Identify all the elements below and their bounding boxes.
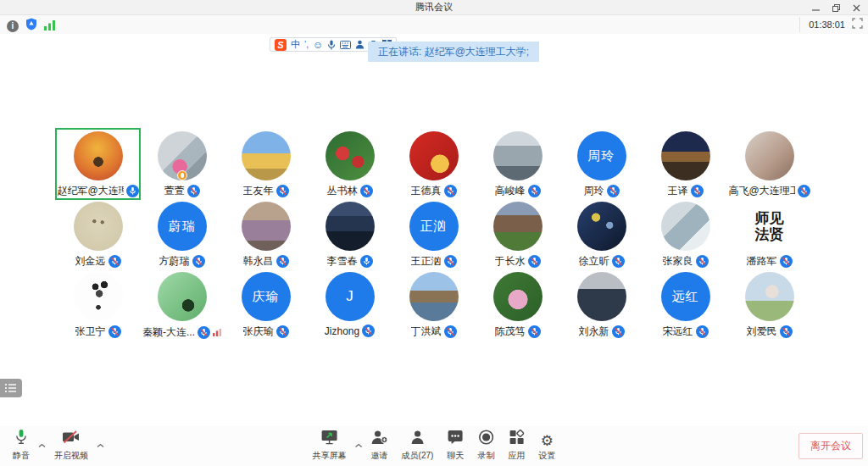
participant-avatar-photo <box>242 131 291 180</box>
participant-tile[interactable]: 刘金远 <box>56 199 140 269</box>
apps-button[interactable]: 应用 <box>502 428 531 463</box>
participant-tile[interactable]: 赵纪军@大连理... <box>56 129 140 199</box>
participant-tile[interactable]: 蔚瑞方蔚瑞 <box>140 199 224 269</box>
mic-muted-icon <box>607 185 620 197</box>
participant-tile[interactable]: 徐立昕 <box>559 199 643 269</box>
ime-soft-keyboard-icon[interactable] <box>340 41 351 49</box>
share-screen-button[interactable]: 共享屏幕 <box>307 428 353 463</box>
participant-tile[interactable]: 刘永新 <box>559 269 643 340</box>
participant-name: 韩永昌 <box>243 254 274 269</box>
participant-name: 高飞@大连理工 <box>729 184 795 198</box>
ime-punctuation-icon[interactable]: ’, <box>304 41 309 49</box>
record-button[interactable]: 录制 <box>471 428 500 463</box>
participant-name: 刘爱民 <box>747 325 777 339</box>
record-label: 录制 <box>477 450 494 462</box>
mic-muted-icon <box>528 185 541 197</box>
minimize-button[interactable] <box>807 1 824 14</box>
participant-name: 王友年 <box>243 184 274 198</box>
participant-tile[interactable]: 李雪春 <box>308 199 392 269</box>
participant-avatar-initials: 蔚瑞 <box>158 202 207 251</box>
members-button[interactable]: 成员(27) <box>396 428 440 463</box>
network-signal-icon[interactable] <box>44 19 56 34</box>
meeting-info-icon[interactable]: i <box>7 20 19 32</box>
participant-tile[interactable]: 庆瑜张庆瑜 <box>224 269 308 340</box>
participant-tile[interactable]: 于长水 <box>476 199 559 269</box>
participant-name-row: 韩永昌 <box>243 254 289 269</box>
participant-name: 高峻峰 <box>495 184 526 198</box>
mic-muted-icon <box>528 325 541 338</box>
participant-name: 张庆瑜 <box>243 325 274 339</box>
members-icon <box>409 430 425 448</box>
participant-tile[interactable]: 高峻峰 <box>476 129 559 199</box>
ime-chinese-mode-icon[interactable]: 中 <box>291 40 300 49</box>
speaking-toast: 正在讲话: 赵纪军@大连理工大学; <box>368 42 539 62</box>
participant-row: 张卫宁秦颖-大连...庆瑜张庆瑜JJizhong丁洪斌陈茂笃刘永新远红宋远红刘爱… <box>56 269 812 340</box>
participant-name-row: Jizhong <box>325 325 375 337</box>
participant-name: 王正汹 <box>411 254 442 269</box>
leave-meeting-button[interactable]: 离开会议 <box>798 433 863 459</box>
security-shield-icon[interactable] <box>25 18 37 34</box>
participant-name-row: 刘永新 <box>579 325 625 339</box>
participant-tile[interactable]: 王友年 <box>224 129 308 199</box>
close-button[interactable] <box>848 1 865 14</box>
participant-tile[interactable]: 周玲周玲 <box>559 129 643 199</box>
participant-name-row: 潘路军 <box>747 254 793 269</box>
toolbar-center-group: 共享屏幕 邀请 成员(27) 聊天 <box>307 428 562 463</box>
chat-icon <box>448 430 464 448</box>
participant-tile[interactable]: 丛书林 <box>308 129 392 199</box>
participant-avatar-photo <box>661 202 710 251</box>
participant-tile[interactable]: 丁洪斌 <box>392 269 476 340</box>
ime-logo-icon[interactable]: S <box>275 39 287 51</box>
ime-voice-input-icon[interactable] <box>327 40 336 50</box>
mic-muted-icon <box>780 255 793 268</box>
participant-avatar-photo <box>493 131 542 180</box>
mute-options-caret[interactable] <box>37 436 47 463</box>
participant-tile[interactable]: JJizhong <box>308 269 392 340</box>
ime-emoji-icon[interactable]: ☺ <box>313 40 323 50</box>
participant-avatar-photo <box>661 131 710 180</box>
participant-tile[interactable]: 韩永昌 <box>224 199 308 269</box>
participant-tile[interactable]: 师见法贤潘路军 <box>727 199 811 269</box>
participant-name: 周玲 <box>584 184 604 198</box>
participant-avatar-photo <box>493 272 542 321</box>
start-video-label: 开启视频 <box>54 450 88 462</box>
ime-person-skin-icon[interactable] <box>355 40 364 49</box>
participant-name: 陈茂笃 <box>495 325 526 339</box>
participant-tile[interactable]: 张卫宁 <box>56 269 140 340</box>
participant-name-row: 王译 <box>668 184 704 198</box>
participant-tile[interactable]: 高飞@大连理工 <box>727 129 811 199</box>
invite-button[interactable]: 邀请 <box>365 428 394 463</box>
participant-name: 方蔚瑞 <box>159 254 190 269</box>
participant-avatar-photo <box>326 202 375 251</box>
participant-avatar-photo <box>74 131 123 180</box>
participant-tile[interactable]: 萱萱 <box>140 129 224 199</box>
fullscreen-icon[interactable] <box>852 17 863 32</box>
participant-tile[interactable]: 刘爱民 <box>727 269 811 340</box>
participant-name-row: 丁洪斌 <box>411 325 457 339</box>
participant-name-row: 徐立昕 <box>579 254 625 269</box>
chat-button[interactable]: 聊天 <box>441 428 470 463</box>
participant-name: 刘永新 <box>579 325 609 339</box>
member-list-toggle[interactable] <box>0 379 22 397</box>
start-video-button[interactable]: 开启视频 <box>48 428 94 463</box>
microphone-icon <box>14 429 28 448</box>
participant-name: 张家良 <box>663 254 693 269</box>
participant-tile[interactable]: 正汹王正汹 <box>392 199 476 269</box>
participant-name-row: 方蔚瑞 <box>159 254 205 269</box>
mute-button[interactable]: 静音 <box>7 427 36 463</box>
video-options-caret[interactable] <box>96 436 105 463</box>
restore-button[interactable] <box>827 1 844 14</box>
participant-tile[interactable]: 王译 <box>643 129 727 199</box>
participant-tile[interactable]: 陈茂笃 <box>476 269 559 340</box>
participant-tile[interactable]: 张家良 <box>643 199 727 269</box>
participant-tile[interactable]: 秦颖-大连... <box>140 269 224 340</box>
participant-avatar-initials: 远红 <box>661 272 710 321</box>
speaking-toast-text: 正在讲话: 赵纪军@大连理工大学; <box>378 45 529 59</box>
settings-button[interactable]: ⚙ 设置 <box>532 431 561 463</box>
apps-icon <box>509 430 524 448</box>
participant-tile[interactable]: 王德真 <box>392 129 476 199</box>
participant-name: 赵纪军@大连理... <box>58 184 124 198</box>
share-options-caret[interactable] <box>354 436 364 463</box>
statusbar: i 01:38:01 <box>0 15 868 34</box>
participant-tile[interactable]: 远红宋远红 <box>643 269 727 340</box>
